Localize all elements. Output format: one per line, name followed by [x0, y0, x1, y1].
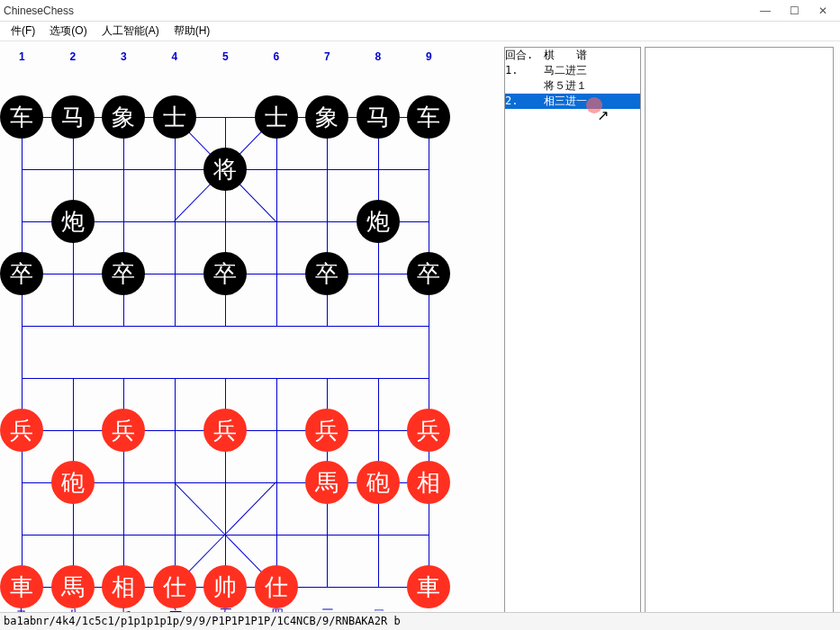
piece-red-相[interactable]: 相 [407, 461, 450, 504]
titlebar: ChineseChess — ☐ ✕ [0, 0, 840, 22]
piece-black-马[interactable]: 马 [357, 95, 400, 139]
minimize-button[interactable]: — [759, 4, 772, 17]
piece-red-相[interactable]: 相 [102, 565, 145, 608]
piece-red-砲[interactable]: 砲 [51, 461, 95, 504]
coord-top-2: 2 [70, 50, 77, 63]
coord-top-1: 1 [19, 50, 25, 63]
move-list-panel[interactable]: 回合. 棋 谱 1. 马二进三 将５进１2. 相三进一 [504, 47, 641, 619]
piece-black-象[interactable]: 象 [102, 95, 145, 139]
piece-red-兵[interactable]: 兵 [203, 409, 247, 452]
coord-top-7: 7 [324, 50, 330, 63]
header-round: 回合. [505, 48, 533, 63]
piece-red-仕[interactable]: 仕 [153, 565, 196, 608]
window-title: ChineseChess [4, 4, 759, 17]
piece-red-馬[interactable]: 馬 [305, 461, 348, 504]
move-list-header: 回合. 棋 谱 [505, 48, 640, 63]
piece-black-卒[interactable]: 卒 [407, 252, 450, 295]
piece-red-馬[interactable]: 馬 [51, 565, 95, 608]
close-button[interactable]: ✕ [817, 4, 829, 17]
piece-black-车[interactable]: 车 [0, 95, 43, 139]
move-row[interactable]: 2. 相三进一 [505, 94, 640, 109]
menu-ai[interactable]: 人工智能(A) [95, 22, 167, 40]
chess-board[interactable]: 车马象士士象马车将炮炮卒卒卒卒卒兵兵兵兵兵砲馬砲相車馬相仕帅仕車 [11, 70, 486, 592]
coord-top-row: 123456789 [11, 50, 501, 67]
piece-red-車[interactable]: 車 [0, 565, 43, 608]
maximize-button[interactable]: ☐ [788, 4, 800, 17]
menubar: 件(F) 选项(O) 人工智能(A) 帮助(H) [0, 22, 840, 41]
piece-black-士[interactable]: 士 [153, 95, 196, 139]
content-area: 123456789 车马象士士象马车将炮炮卒卒卒卒卒兵兵兵兵兵砲馬砲相車馬相仕帅… [0, 41, 840, 612]
piece-black-卒[interactable]: 卒 [203, 252, 247, 295]
window-controls: — ☐ ✕ [759, 4, 836, 17]
side-right-panel [645, 47, 834, 619]
piece-black-炮[interactable]: 炮 [357, 200, 400, 243]
piece-black-卒[interactable]: 卒 [0, 252, 43, 295]
piece-black-象[interactable]: 象 [305, 95, 348, 139]
piece-black-卒[interactable]: 卒 [102, 252, 145, 295]
coord-top-5: 5 [222, 50, 229, 63]
piece-black-卒[interactable]: 卒 [305, 252, 348, 295]
coord-top-8: 8 [375, 50, 382, 63]
piece-red-仕[interactable]: 仕 [255, 565, 298, 608]
arrow-cursor-icon: ↖ [595, 110, 612, 122]
piece-red-砲[interactable]: 砲 [357, 461, 400, 504]
piece-red-帅[interactable]: 帅 [203, 565, 247, 608]
statusbar: ba1abnr/4k4/1c5c1/p1p1p1p1p/9/9/P1P1P1P1… [0, 612, 840, 630]
piece-red-兵[interactable]: 兵 [102, 409, 145, 452]
piece-black-马[interactable]: 马 [51, 95, 95, 139]
move-row[interactable]: 1. 马二进三 [505, 63, 640, 78]
piece-red-兵[interactable]: 兵 [305, 409, 348, 452]
fen-string: ba1abnr/4k4/1c5c1/p1p1p1p1p/9/9/P1P1P1P1… [4, 615, 401, 627]
piece-black-车[interactable]: 车 [407, 95, 450, 139]
piece-red-兵[interactable]: 兵 [407, 409, 450, 452]
coord-top-3: 3 [121, 50, 127, 63]
header-manual: 棋 谱 [544, 48, 587, 63]
move-row[interactable]: 将５进１ [505, 78, 640, 94]
menu-help[interactable]: 帮助(H) [167, 22, 218, 40]
coord-top-6: 6 [274, 50, 280, 63]
piece-black-将[interactable]: 将 [203, 148, 247, 191]
piece-red-兵[interactable]: 兵 [0, 409, 43, 452]
piece-black-士[interactable]: 士 [255, 95, 298, 139]
board-area: 123456789 车马象士士象马车将炮炮卒卒卒卒卒兵兵兵兵兵砲馬砲相車馬相仕帅… [0, 47, 501, 623]
coord-top-9: 9 [426, 50, 432, 63]
piece-red-車[interactable]: 車 [407, 565, 450, 608]
piece-black-炮[interactable]: 炮 [51, 200, 95, 243]
menu-options[interactable]: 选项(O) [42, 22, 94, 40]
menu-file[interactable]: 件(F) [4, 22, 42, 40]
coord-top-4: 4 [172, 50, 178, 63]
